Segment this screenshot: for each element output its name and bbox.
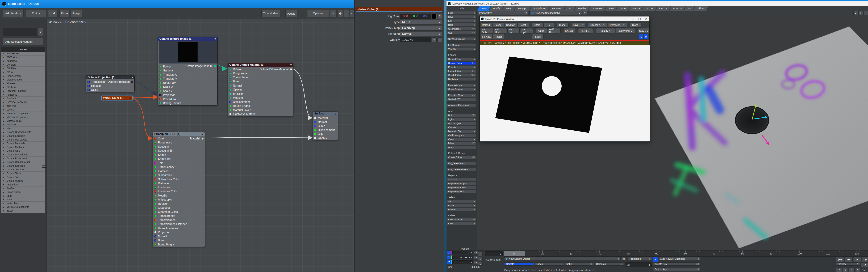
- play-reverse-button[interactable]: ◀: [861, 263, 868, 267]
- lightwave-tab[interactable]: OD_18: [642, 6, 657, 11]
- ipr-toolbar-button[interactable]: Sel Only: [481, 28, 493, 33]
- node-category[interactable]: ›Octane Textures: [1, 168, 45, 172]
- node-input-port[interactable]: Thin: [153, 161, 205, 165]
- node-category[interactable]: ›HOT Ocean Toolkit: [1, 100, 45, 104]
- node-category[interactable]: ›Octane Projections: [1, 157, 45, 161]
- sidebar-item[interactable]: Lights∨: [447, 118, 476, 121]
- sidebar-item[interactable]: Edit∨: [447, 20, 476, 22]
- node-input-port[interactable]: OpenGL: [313, 136, 338, 140]
- node-category[interactable]: ›Constant: [1, 63, 45, 67]
- sidebar-item[interactable]: Presets∨: [447, 66, 476, 69]
- node-category[interactable]: ›Materials: [1, 123, 45, 127]
- node-category[interactable]: ›Rman Collect: [1, 190, 45, 194]
- redo-button[interactable]: ↷: [848, 268, 855, 272]
- node-category[interactable]: ›Vertex Map: [1, 202, 45, 205]
- node-input-port[interactable]: Normal: [313, 120, 338, 124]
- sidebar-item[interactable]: Select: [447, 196, 476, 199]
- redo-dropdown-icon[interactable]: ∨: [855, 268, 860, 272]
- viewport-nav-icon[interactable]: ▲: [854, 11, 858, 15]
- collapse-icon[interactable]: ∨: [202, 133, 203, 135]
- collapse-icon[interactable]: ∨: [335, 112, 336, 115]
- node-category[interactable]: ›Octane Materials: [1, 141, 45, 145]
- axis-button[interactable]: X: [447, 251, 451, 254]
- lightwave-tab[interactable]: Utilities: [693, 6, 708, 11]
- sidebar-item[interactable]: OD WorkSpaces∨: [447, 37, 476, 40]
- sidebar-item[interactable]: Scene Editor∨: [447, 58, 476, 61]
- sidebar-item[interactable]: Cvt Powergons: [447, 134, 476, 137]
- sidebar-item[interactable]: Null^N: [447, 114, 476, 117]
- node-category[interactable]: ›Octane Displacements: [1, 130, 45, 134]
- node-category[interactable]: ›2D Textures: [1, 52, 45, 56]
- lightwave-titlebar[interactable]: Layout™ NewTek LightWave 3D® 2019.1.4 (W…: [446, 1, 868, 6]
- collapse-panel-icon[interactable]: ‹: [350, 10, 354, 18]
- lightwave-tab[interactable]: RHiggit2: [515, 6, 531, 11]
- node-input-port[interactable]: Gamma: [158, 69, 217, 73]
- collapse-icon[interactable]: ∨: [290, 64, 292, 66]
- edit-button[interactable]: Edit∨: [26, 10, 46, 18]
- node-category[interactable]: ›Octane Mat Layers: [1, 138, 45, 142]
- node-input-port[interactable]: Luminous: [153, 185, 205, 190]
- node-input-port[interactable]: Specular Tint: [153, 149, 205, 153]
- sidebar-item[interactable]: Backdropb: [447, 77, 476, 80]
- ipr-toolbar-button[interactable]: Stats: [532, 34, 544, 39]
- update-button[interactable]: Update: [285, 10, 297, 18]
- node-input-port[interactable]: Emission: [228, 92, 293, 96]
- node-input-port[interactable]: Bump: [313, 124, 338, 128]
- lightwave-tab[interactable]: I/O: [684, 6, 694, 11]
- node-input-port[interactable]: Bump: [228, 80, 293, 84]
- node-category[interactable]: ›Gradient: [1, 97, 45, 100]
- ipr-toolbar-button[interactable]: Beauty∨: [596, 28, 615, 33]
- sidebar-item[interactable]: Delete: [447, 214, 476, 217]
- node-input-port[interactable]: Baking Texture: [158, 101, 217, 105]
- sidebar-item[interactable]: Related∨: [447, 208, 476, 211]
- opacity-field[interactable]: 100.0 %: [400, 37, 431, 42]
- node-category[interactable]: ›Distance Tools: [1, 78, 45, 82]
- node-input-port[interactable]: Clip: [313, 132, 338, 136]
- node-input-port[interactable]: Rotate UV: [158, 81, 217, 85]
- start-frame-field[interactable]: 0: [485, 251, 503, 256]
- node-input-port[interactable]: Clearcoat Gloss: [153, 210, 205, 214]
- ipr-toolbar-button[interactable]: Clay...∨: [638, 28, 649, 33]
- sidebar-item[interactable]: Replace by Object: [447, 182, 476, 185]
- sidebar-item[interactable]: Mirror+V: [447, 142, 476, 145]
- node-octane-diffuse-material[interactable]: Octane Diffuse Material (1)∨ DiffuseRoug…: [228, 63, 293, 116]
- node-input-port[interactable]: Medium: [228, 96, 293, 100]
- sidebar-item[interactable]: Graph Editor^F2: [447, 73, 476, 76]
- node-category[interactable]: ›Octane OSL: [1, 149, 45, 153]
- node-category[interactable]: ›Octane Utilities: [1, 179, 45, 183]
- sidebar-item[interactable]: Create Folder+G: [447, 156, 476, 159]
- sidebar-item[interactable]: Studio LIVE: [447, 98, 476, 101]
- sidebar-item[interactable]: AdvancedPlacement: [447, 104, 476, 107]
- ipr-toolbar-button[interactable]: Reload: [481, 22, 492, 28]
- node-input-port[interactable]: Subsurface Color: [153, 177, 205, 181]
- node-category[interactable]: ›Octane Emission: [1, 134, 45, 138]
- sidebar-item[interactable]: More Windows∨: [447, 83, 476, 87]
- gpu-0-button[interactable]: 0: [644, 34, 648, 39]
- node-input-port[interactable]: Metallic: [153, 194, 205, 198]
- node-input-port[interactable]: Sheen: [153, 153, 205, 157]
- options-button[interactable]: Options: [307, 10, 329, 18]
- delete-key-button[interactable]: Delete Keydel: [653, 268, 700, 271]
- ipr-toolbar-button[interactable]: (all layers)∨: [616, 28, 635, 33]
- add-selected-nodes-button[interactable]: Add Selected Node(s): [3, 38, 43, 45]
- add-node-button[interactable]: Add Node∨: [3, 10, 24, 18]
- vertex-map-dropdown[interactable]: ColorMap∨: [400, 26, 442, 31]
- node-octane-texture-image[interactable]: Octane Texture Image (1)∨ PowerGammaTran…: [158, 37, 218, 105]
- ipr-toolbar-button[interactable]: Redraw: [505, 22, 517, 28]
- node-input-port[interactable]: Subsurface: [153, 173, 205, 177]
- sidebar-item[interactable]: Clone∨: [447, 138, 476, 141]
- node-category[interactable]: ›Octane RenderTarget: [1, 160, 45, 164]
- node-input-port[interactable]: Procedural: [158, 97, 217, 101]
- envelope-button[interactable]: E: [478, 257, 483, 261]
- lightwave-tab[interactable]: OD_15: [629, 6, 643, 11]
- pan-tool-icon[interactable]: ✣: [338, 10, 343, 18]
- ipr-toolbar-button[interactable]: Clone: [557, 22, 568, 28]
- ipr-toolbar-button[interactable]: Mat Upd: [520, 28, 533, 33]
- node-category[interactable]: ›Projections: [1, 183, 45, 186]
- node-surface[interactable]: Surface∨ MaterialNormalBumpDisplacementC…: [313, 111, 338, 140]
- shading-mode-dropdown[interactable]: Textured Shaded Solid∨: [529, 11, 582, 15]
- search-dropdown-icon[interactable]: ∨: [38, 28, 43, 36]
- sidebar-item[interactable]: Help∨: [447, 24, 476, 26]
- sidebar-item[interactable]: OD_CreateVertexN...: [447, 168, 476, 171]
- node-input-port[interactable]: Projection: [153, 230, 205, 235]
